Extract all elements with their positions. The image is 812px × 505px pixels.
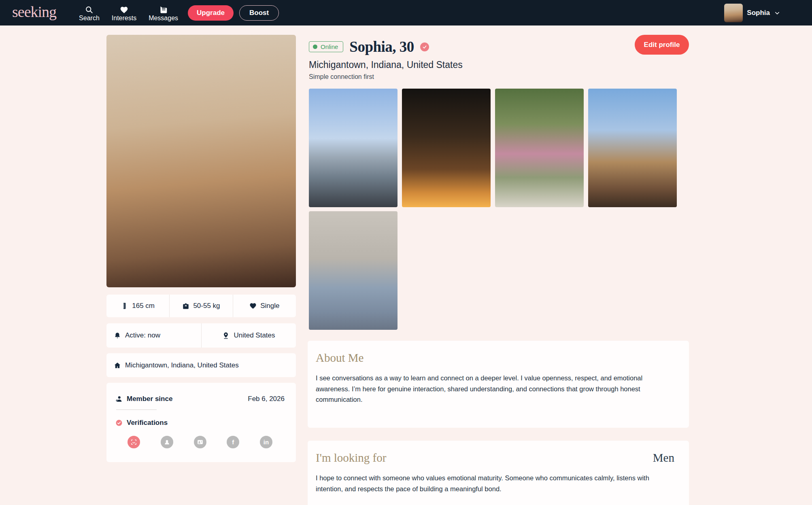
online-label: Online: [321, 43, 338, 50]
location-pin-icon: [222, 332, 230, 339]
online-dot-icon: [313, 45, 317, 49]
profile-header: Online Sophia, 30 Michigantown, Indiana,…: [309, 38, 463, 81]
nav-item-search[interactable]: Search: [79, 4, 100, 22]
stat-height: 165 cm: [106, 295, 169, 317]
nav-item-label: Messages: [149, 15, 178, 22]
linkedin-verification-icon[interactable]: in: [260, 436, 272, 448]
top-navbar: seeking Search Interests Messages: [0, 0, 812, 25]
active-status-value: Active: now: [125, 331, 160, 339]
stats-card: 165 cm 50-55 kg Single: [106, 295, 296, 317]
avatar: [724, 4, 743, 22]
profile-page: seeking Search Interests Messages: [0, 0, 812, 505]
about-me-body: I see conversations as a way to learn an…: [316, 373, 669, 405]
member-icon: [115, 395, 123, 403]
country-value: United States: [234, 331, 275, 339]
gallery-photo-louvre[interactable]: [309, 89, 397, 207]
gallery-photo-dog-cafe[interactable]: [588, 89, 677, 207]
verification-badges: f in: [115, 436, 285, 448]
active-status: Active: now: [106, 323, 201, 348]
verified-check-icon: [420, 42, 429, 51]
looking-for-header: I'm looking for Men: [316, 451, 678, 465]
looking-for-title: I'm looking for: [316, 451, 386, 465]
scale-icon: [182, 302, 189, 310]
gallery-photo-night-bar[interactable]: [402, 89, 491, 207]
stat-relationship-value: Single: [260, 302, 279, 310]
id-verification-icon[interactable]: [194, 436, 206, 448]
user-menu-name: Sophia: [747, 9, 770, 17]
chat-icon: [159, 6, 168, 14]
member-since-value: Feb 6, 2026: [248, 395, 285, 403]
stat-weight-value: 50-55 kg: [193, 302, 220, 310]
nav-item-interests[interactable]: Interests: [112, 4, 136, 22]
profile-location: Michigantown, Indiana, United States: [309, 59, 463, 70]
photo-verified-icon[interactable]: [128, 436, 140, 448]
nav-item-messages[interactable]: Messages: [149, 4, 178, 22]
heart-icon: [249, 302, 257, 310]
looking-for-body: I hope to connect with someone who value…: [316, 473, 669, 494]
country: United States: [201, 323, 296, 348]
stat-weight: 50-55 kg: [169, 295, 232, 317]
divider: [116, 410, 157, 410]
member-since-label: Member since: [127, 395, 172, 403]
gallery-photo-flower-wall[interactable]: [495, 89, 584, 207]
boost-button[interactable]: Boost: [239, 5, 279, 21]
seeking-logo[interactable]: seeking: [12, 4, 56, 22]
bell-icon: [114, 332, 121, 339]
hometown-card: Michigantown, Indiana, United States: [106, 353, 296, 377]
membership-card: Member since Feb 6, 2026 Verifications: [106, 383, 296, 462]
profile-name: Sophia, 30: [349, 38, 414, 55]
activity-card: Active: now United States: [106, 323, 296, 348]
stat-height-value: 165 cm: [132, 302, 155, 310]
member-since-row: Member since Feb 6, 2026: [115, 395, 285, 403]
facebook-verification-icon[interactable]: f: [227, 436, 239, 448]
verifications-row: Verifications: [115, 419, 285, 427]
home-icon: [114, 362, 121, 369]
online-status-badge: Online: [309, 41, 343, 52]
stat-relationship: Single: [233, 295, 296, 317]
upgrade-button[interactable]: Upgrade: [188, 5, 234, 21]
gallery-photo-studio[interactable]: [309, 211, 397, 330]
chevron-down-icon: [774, 10, 780, 16]
ruler-icon: [121, 302, 128, 310]
nav-item-label: Interests: [112, 15, 136, 22]
profile-tagline: Simple connection first: [309, 73, 463, 81]
heart-icon: [120, 6, 128, 14]
hometown-value: Michigantown, Indiana, United States: [125, 361, 239, 369]
looking-for-audience: Men: [653, 451, 674, 465]
main-profile-photo[interactable]: [106, 35, 296, 287]
nav-items: Search Interests Messages: [79, 4, 178, 22]
profile-verification-icon[interactable]: [161, 436, 173, 448]
photo-gallery: [309, 89, 689, 330]
name-row: Online Sophia, 30: [309, 38, 463, 55]
user-menu[interactable]: Sophia: [724, 4, 780, 22]
badge-check-icon: [115, 419, 123, 426]
about-me-section: About Me I see conversations as a way to…: [308, 341, 689, 428]
about-me-title: About Me: [316, 351, 678, 365]
looking-for-section: I'm looking for Men I hope to connect wi…: [308, 441, 689, 505]
edit-profile-button[interactable]: Edit profile: [635, 35, 689, 55]
verifications-label: Verifications: [127, 419, 168, 427]
search-icon: [85, 6, 94, 14]
nav-item-label: Search: [79, 15, 100, 22]
